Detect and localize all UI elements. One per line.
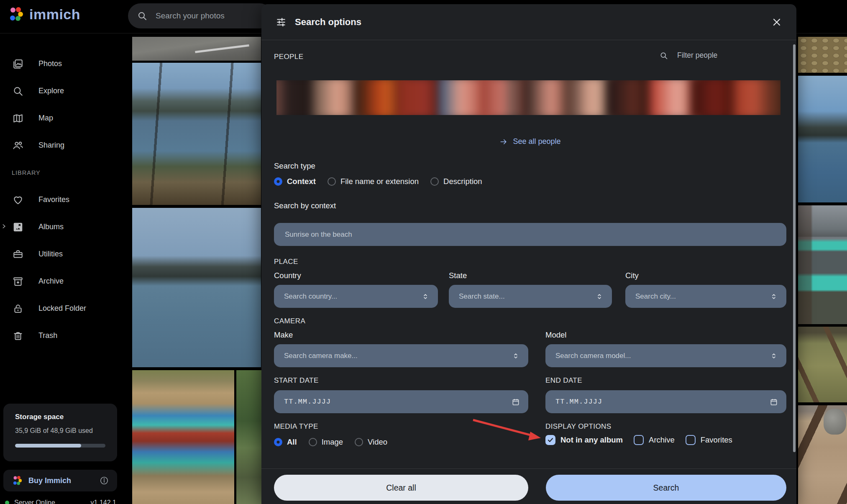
- chevron-right-icon[interactable]: [1, 223, 7, 229]
- country-select[interactable]: Search country...: [274, 285, 438, 308]
- modal-header-divider: [261, 40, 796, 40]
- storage-title: Storage space: [15, 413, 105, 421]
- person-thumbnail[interactable]: [733, 80, 780, 115]
- sidebar-item-locked-folder[interactable]: Locked Folder: [0, 295, 132, 322]
- photo-thumbnail[interactable]: [798, 405, 847, 504]
- sidebar-item-map[interactable]: Map: [0, 105, 132, 132]
- end-date-input[interactable]: TT.MM.JJJJ: [545, 390, 786, 413]
- explore-search-icon: [13, 86, 23, 97]
- modal-footer: Clear all Search: [274, 475, 786, 501]
- calendar-icon: [512, 398, 520, 406]
- sidebar-item-label: Favorites: [38, 195, 69, 204]
- buy-immich-button[interactable]: Buy Immich: [3, 470, 117, 491]
- close-icon[interactable]: [768, 13, 786, 31]
- modal-scrollbar[interactable]: [793, 44, 796, 452]
- radio-image[interactable]: Image: [309, 437, 343, 447]
- lock-icon: [13, 303, 23, 314]
- radio-label: Image: [322, 437, 343, 447]
- photo-thumbnail[interactable]: [236, 370, 262, 504]
- radio-unselected-icon: [309, 438, 317, 446]
- info-icon[interactable]: [100, 476, 109, 485]
- sidebar-item-albums[interactable]: Albums: [0, 213, 132, 240]
- search-type-radio-group: Context File name or extension Descripti…: [274, 177, 482, 186]
- sidebar-item-label: Archive: [38, 277, 64, 286]
- archive-icon: [13, 276, 23, 287]
- city-label: City: [625, 271, 639, 280]
- radio-description[interactable]: Description: [430, 177, 482, 186]
- photo-thumbnail[interactable]: [132, 63, 261, 205]
- server-status-text: Server Online: [14, 499, 86, 504]
- road-marking: [195, 44, 249, 53]
- sidebar-nav: Photos Explore Map: [0, 50, 132, 349]
- context-search-input[interactable]: Sunrise on the beach: [274, 223, 786, 246]
- storage-progress-fill: [15, 444, 81, 448]
- sidebar-item-label: Albums: [38, 223, 64, 231]
- radio-video[interactable]: Video: [355, 437, 387, 447]
- app-logo[interactable]: immich: [8, 6, 80, 23]
- photo-thumbnail[interactable]: [798, 205, 847, 324]
- sidebar-item-utilities[interactable]: Utilities: [0, 240, 132, 268]
- sidebar-item-archive[interactable]: Archive: [0, 268, 132, 295]
- country-placeholder: Search country...: [284, 292, 421, 301]
- main-search-bar[interactable]: Search your photos: [128, 3, 272, 28]
- search-type-label: Search type: [274, 161, 315, 171]
- checkbox-archive[interactable]: Archive: [634, 435, 675, 445]
- camera-make-select[interactable]: Search camera make...: [274, 344, 528, 367]
- radio-selected-icon: [274, 438, 282, 446]
- trash-icon: [13, 330, 23, 341]
- checkbox-not-in-any-album[interactable]: Not in any album: [545, 435, 623, 445]
- see-all-people-row: See all people: [274, 137, 786, 146]
- photo-thumbnail[interactable]: [132, 370, 234, 504]
- checkbox-label: Favorites: [701, 435, 732, 445]
- sidebar: Photos Explore Map: [0, 33, 132, 504]
- photo-thumbnail[interactable]: [798, 327, 847, 402]
- sidebar-item-photos[interactable]: Photos: [0, 50, 132, 77]
- heart-icon: [13, 194, 23, 205]
- photo-thumbnail[interactable]: [798, 76, 847, 202]
- storage-progress-track: [15, 444, 105, 448]
- sidebar-item-favorites[interactable]: Favorites: [0, 186, 132, 213]
- arrow-right-icon: [499, 138, 508, 146]
- radio-all[interactable]: All: [274, 437, 297, 447]
- radio-file-name[interactable]: File name or extension: [328, 177, 419, 186]
- modal-title: Search options: [295, 17, 361, 28]
- immich-logo-small-icon: [12, 475, 23, 486]
- media-type-label: MEDIA TYPE: [274, 422, 318, 431]
- start-date-placeholder: TT.MM.JJJJ: [284, 398, 512, 406]
- photo-thumbnail[interactable]: [132, 208, 261, 367]
- state-placeholder: Search state...: [459, 292, 595, 301]
- sharing-people-icon: [13, 140, 23, 151]
- end-date-label: END DATE: [545, 376, 582, 385]
- unfold-chevrons-icon: [770, 292, 778, 301]
- camera-model-select[interactable]: Search camera model...: [545, 344, 786, 367]
- radio-unselected-icon: [328, 177, 336, 186]
- search-button[interactable]: Search: [546, 475, 786, 501]
- photo-thumbnail[interactable]: [798, 37, 847, 73]
- albums-icon: [13, 222, 23, 233]
- checkbox-favorites[interactable]: Favorites: [686, 435, 732, 445]
- context-placeholder: Sunrise on the beach: [285, 230, 352, 239]
- photo-thumbnail[interactable]: [132, 37, 261, 61]
- sidebar-item-label: Locked Folder: [38, 304, 86, 313]
- sidebar-item-sharing[interactable]: Sharing: [0, 132, 132, 159]
- media-type-radio-group: All Image Video: [274, 437, 387, 447]
- camera-label: CAMERA: [274, 317, 305, 325]
- immich-logo-icon: [8, 6, 24, 23]
- radio-label: Video: [368, 437, 387, 447]
- tune-sliders-icon: [276, 17, 287, 28]
- unfold-chevrons-icon: [595, 292, 604, 301]
- radio-context[interactable]: Context: [274, 177, 316, 186]
- camera-make-placeholder: Search camera make...: [284, 352, 512, 360]
- state-select[interactable]: Search state...: [449, 285, 612, 308]
- see-all-people-link[interactable]: See all people: [499, 137, 560, 146]
- city-select[interactable]: Search city...: [625, 285, 786, 308]
- sidebar-item-trash[interactable]: Trash: [0, 322, 132, 349]
- radio-label: All: [287, 437, 297, 447]
- modal-header: Search options: [261, 4, 796, 40]
- radio-unselected-icon: [355, 438, 363, 446]
- checkbox-unchecked-icon: [686, 435, 696, 445]
- clear-all-button[interactable]: Clear all: [274, 475, 528, 501]
- filter-people-input[interactable]: Filter people: [660, 51, 717, 60]
- start-date-input[interactable]: TT.MM.JJJJ: [274, 390, 528, 413]
- sidebar-item-explore[interactable]: Explore: [0, 77, 132, 105]
